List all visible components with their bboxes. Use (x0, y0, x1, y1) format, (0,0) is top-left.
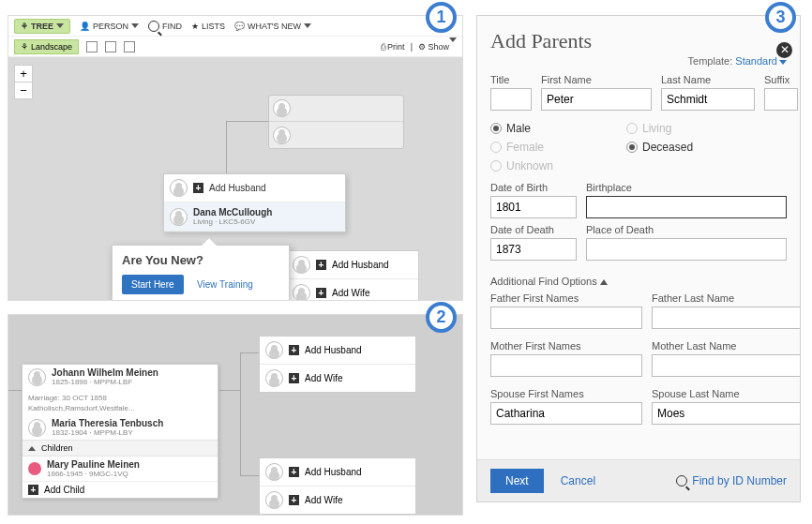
father-name[interactable]: Johann Wilhelm Meinen (52, 367, 158, 378)
avatar-icon (170, 179, 188, 197)
child-meta: 1866-1945 · 9MGC-1VQ (47, 470, 140, 478)
dialog-footer: Next Cancel Find by ID Number (477, 459, 800, 502)
child-name[interactable]: Mary Pauline Meinen (47, 459, 140, 470)
slot-add-husband-2: Add Husband (305, 467, 362, 477)
spouse-last-input[interactable] (652, 402, 800, 425)
view-option-3[interactable] (124, 41, 135, 52)
lists-label: LISTS (202, 22, 225, 31)
lists-menu[interactable]: ★ LISTS (191, 22, 225, 31)
title-input[interactable] (490, 88, 532, 111)
status-deceased-option[interactable]: Deceased (626, 141, 693, 154)
father-last-input[interactable] (652, 307, 800, 329)
father-meta: 1825-1898 · MPPM-LBF (52, 378, 158, 386)
search-icon (148, 21, 159, 32)
divider: | (411, 42, 413, 52)
landscape-view-button[interactable]: ⚘ Landscape (14, 39, 79, 54)
print-button[interactable]: ⎙ Print (381, 42, 405, 52)
next-button[interactable]: Next (490, 469, 544, 493)
view-option-2[interactable] (105, 41, 116, 52)
view-training-link[interactable]: View Training (188, 275, 263, 294)
radio-icon (626, 123, 638, 134)
spouse-first-input[interactable] (490, 402, 642, 425)
father-first-label: Father First Names (490, 292, 642, 304)
tree-line (226, 121, 268, 122)
landscape-label: Landscape (31, 42, 72, 52)
plus-icon: + (289, 345, 299, 355)
slot-add-wife-2: Add Wife (305, 495, 343, 505)
chevron-down-icon (449, 37, 457, 52)
tree-label: TREE (31, 22, 53, 31)
chevron-down-icon (779, 60, 787, 65)
find-menu[interactable]: FIND (148, 21, 182, 32)
start-here-button[interactable]: Start Here (122, 275, 184, 294)
add-wife-slot[interactable]: + Add Wife (287, 279, 418, 301)
whatsnew-label: WHAT'S NEW (248, 22, 301, 31)
whatsnew-menu[interactable]: 💬 WHAT'S NEW (234, 22, 311, 31)
deathplace-input[interactable] (586, 238, 787, 261)
status-radio-group: Living Deceased (626, 122, 693, 172)
marriage-date: 30 OCT 1858 (62, 394, 107, 402)
focus-person-row[interactable]: Dana McCullough Living · LKC5-6GV (164, 202, 345, 232)
first-name-label: First Name (541, 74, 652, 85)
add-husband-row[interactable]: + Add Husband (164, 174, 345, 202)
mother-last-input[interactable] (652, 354, 800, 377)
children-label: Children (41, 443, 73, 453)
add-wife-slot[interactable]: + Add Wife (260, 365, 415, 392)
marriage-label: Marriage: (28, 394, 60, 402)
first-name-input[interactable] (541, 88, 652, 111)
title-label: Title (490, 74, 532, 85)
person-menu[interactable]: 👤 PERSON (80, 22, 139, 31)
close-button[interactable]: ✕ (776, 42, 792, 58)
mother-meta: 1832-1904 · MPPM-LBY (52, 428, 163, 437)
last-name-label: Last Name (661, 74, 755, 85)
add-wife-slot[interactable]: + Add Wife (260, 487, 415, 514)
dialog-title: Add Parents (490, 29, 787, 53)
mother-name[interactable]: Maria Theresia Tenbusch (52, 418, 163, 428)
mother-first-input[interactable] (490, 354, 642, 377)
cancel-button[interactable]: Cancel (561, 474, 595, 487)
gear-icon: ⚙ (418, 42, 426, 52)
add-husband-slot[interactable]: + Add Husband (260, 337, 415, 365)
print-label: Print (387, 42, 405, 52)
ancestor-couple-box[interactable] (268, 95, 404, 149)
add-husband-slot[interactable]: + Add Husband (260, 458, 415, 487)
birthplace-label: Birthplace (586, 182, 787, 193)
last-name-input[interactable] (661, 88, 755, 111)
find-by-id-link[interactable]: Find by ID Number (676, 474, 787, 487)
new-user-popover: Are You New? Start Here View Training (112, 245, 290, 301)
add-husband-slot[interactable]: + Add Husband (287, 251, 418, 279)
plus-icon: + (289, 495, 299, 505)
marriage-place: Katholisch,Ramsdorf,Westfale... (28, 404, 135, 412)
sex-male-option[interactable]: Male (490, 122, 553, 135)
radio-icon (490, 142, 502, 153)
view-option-1[interactable] (86, 41, 98, 52)
birthplace-input[interactable] (586, 196, 787, 218)
plus-icon: + (289, 467, 299, 477)
dob-input[interactable] (490, 196, 577, 218)
focus-person-card: + Add Husband Dana McCullough Living · L… (163, 173, 346, 232)
chevron-up-icon (28, 446, 36, 451)
tree-icon: ⚘ (21, 42, 28, 52)
family-card: Johann Wilhelm Meinen 1825-1898 · MPPM-L… (22, 364, 218, 499)
additional-options-toggle[interactable]: Additional Find Options (490, 266, 787, 292)
add-child-row[interactable]: + Add Child (23, 481, 218, 498)
father-first-input[interactable] (490, 307, 642, 329)
children-toggle[interactable]: Children (23, 440, 218, 457)
sex-female-option: Female (490, 141, 553, 154)
avatar-icon (28, 368, 46, 386)
suffix-input[interactable] (764, 88, 798, 111)
ancestor-slots: + Add Husband + Add Wife (286, 250, 419, 301)
avatar-icon (170, 208, 188, 226)
sex-radio-group: Male Female Unknown (490, 122, 553, 172)
dod-input[interactable] (490, 238, 577, 261)
tree-line (8, 390, 23, 391)
template-select[interactable]: Standard (735, 55, 787, 67)
tree-canvas[interactable]: + Add Husband Dana McCullough Living · L… (8, 57, 462, 300)
show-menu[interactable]: ⚙ Show (418, 42, 457, 52)
avatar-icon (273, 99, 291, 117)
tree-line (219, 390, 240, 391)
slot-add-wife: Add Wife (305, 373, 343, 383)
avatar-icon (293, 256, 310, 274)
avatar-icon (265, 463, 283, 481)
tree-menu[interactable]: ⚘ TREE (14, 19, 70, 34)
